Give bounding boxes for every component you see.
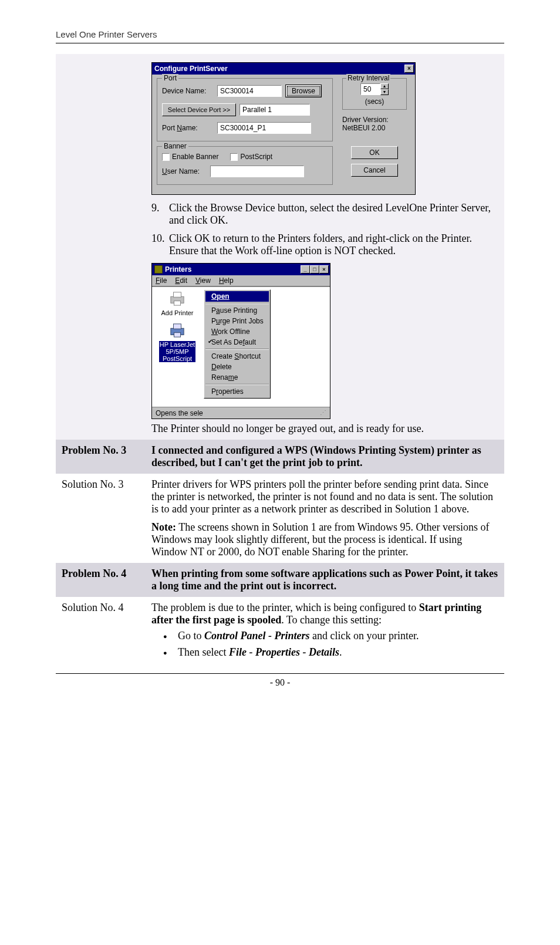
menu-view[interactable]: View [195,276,211,285]
add-printer-icon[interactable] [168,291,187,307]
svg-rect-4 [174,324,181,329]
printers-folder-icon [154,265,163,274]
dialog-title: Configure PrintServer [154,65,228,73]
spinner-up-icon[interactable]: ▲ [380,83,389,89]
page-footer: - 90 - [56,673,504,688]
solution-4-bullets: ● Go to Control Panel - Printers and cli… [163,630,498,659]
bullet-2: ● Then select File - Properties - Detail… [163,646,498,659]
retry-legend: Retry Interval [346,74,390,82]
menu-item-set-default[interactable]: Set As Default [205,337,269,347]
problem-3-label: Problem No. 3 [56,440,146,474]
checkbox-icon [230,153,238,161]
menu-item-shortcut[interactable]: Create Shortcut [205,351,269,362]
menu-edit[interactable]: Edit [175,276,187,285]
postscript-checkbox[interactable]: PostScript [230,153,272,161]
svg-rect-5 [174,333,180,337]
retry-interval-input[interactable]: 50 [360,83,380,95]
user-name-input[interactable] [210,166,304,177]
retry-interval-group: Retry Interval 50 ▲ ▼ (secs) [342,78,407,110]
port-legend: Port [162,74,178,82]
solution-4-label: Solution No. 4 [56,597,146,664]
device-name-label: Device Name: [162,87,214,95]
close-icon[interactable]: × [404,65,414,73]
menu-help[interactable]: Help [219,276,234,285]
menu-file[interactable]: File [156,276,167,285]
hp-printer-label: HP LaserJet 5P/5MP PostScript [159,341,195,362]
minimize-icon[interactable]: _ [301,265,310,274]
bullet-icon: ● [163,646,178,659]
step-number: 10. [151,232,169,257]
configure-printserver-dialog: Configure PrintServer × Port Device Name… [151,62,416,195]
problem-4-text: When printing from some software applica… [146,563,504,597]
empty-label [56,54,146,440]
menu-item-delete[interactable]: Delete [205,362,269,372]
resize-grip-icon[interactable]: ⋰ [320,409,326,417]
user-name-label: User Name: [162,167,207,176]
problem-4-label: Problem No. 4 [56,563,146,597]
hp-printer-icon[interactable] [168,322,187,339]
svg-rect-2 [174,301,180,305]
step-list: 9. Click the Browse Device button, selec… [151,202,498,257]
doc-header: Level One Printer Servers [56,29,504,43]
problem-3-text: I connected and configured a WPS (Window… [146,440,504,474]
context-menu: Open Pause Printing Purge Print Jobs Wor… [204,289,271,399]
solution-3-para1: Printer drivers for WPS printers poll th… [151,478,498,515]
step-number: 9. [151,202,169,227]
banner-legend: Banner [162,142,188,150]
checkbox-icon [162,153,170,161]
menu-item-properties[interactable]: Properties [205,386,269,397]
spinner-down-icon[interactable]: ▼ [380,89,389,95]
menubar: File Edit View Help [152,275,330,286]
window-title: Printers [165,265,191,274]
step-text: Click OK to return to the Printers folde… [169,232,498,257]
select-device-port-input[interactable]: Parallel 1 [239,104,310,116]
maximize-icon[interactable]: □ [310,265,319,274]
step-10: 10. Click OK to return to the Printers f… [151,232,498,257]
cancel-button[interactable]: Cancel [351,164,398,177]
spinner-buttons[interactable]: ▲ ▼ [380,83,389,95]
content-table: Configure PrintServer × Port Device Name… [56,54,504,664]
svg-rect-1 [174,292,181,297]
port-name-input[interactable]: SC300014_P1 [217,122,311,134]
step-text: Click the Browse Device button, select t… [169,202,498,227]
bullet-icon: ● [163,630,178,643]
printers-window: Printers _ □ × File Edit View Help [151,263,330,419]
port-group: Port Device Name: SC300014 Browse Select… [157,78,333,141]
banner-group: Banner Enable Banner PostScript [157,146,333,185]
port-name-label: Port Name: [162,124,214,132]
solution-4-intro: The problem is due to the printer, which… [151,602,498,626]
statusbar-text: Opens the sele [156,409,203,417]
driver-version-label: Driver Version: NetBEUI 2.00 [342,116,407,132]
after-printers-text: The Printer should no longer be grayed o… [151,423,498,435]
dialog-titlebar: Configure PrintServer × [152,63,415,75]
select-device-port-button[interactable]: Select Device Port >> [162,103,236,116]
enable-banner-checkbox[interactable]: Enable Banner [162,153,218,161]
solution-3-label: Solution No. 3 [56,474,146,563]
window-titlebar: Printers _ □ × [152,264,330,275]
ok-button[interactable]: OK [351,146,398,159]
menu-item-purge[interactable]: Purge Print Jobs [205,316,269,326]
step-9: 9. Click the Browse Device button, selec… [151,202,498,227]
bullet-1: ● Go to Control Panel - Printers and cli… [163,630,498,643]
add-printer-label: Add Printer [161,309,193,316]
menu-item-rename[interactable]: Rename [205,372,269,383]
menu-item-pause[interactable]: Pause Printing [205,305,269,316]
device-name-input[interactable]: SC300014 [217,85,282,97]
menu-item-open[interactable]: Open [205,291,269,302]
browse-button[interactable]: Browse [285,85,322,97]
close-icon[interactable]: × [319,265,329,274]
menu-item-work-offline[interactable]: Work Offline [205,326,269,337]
retry-unit-label: (secs) [346,97,403,106]
solution-3-note: Note: The screens shown in Solution 1 ar… [151,521,498,558]
